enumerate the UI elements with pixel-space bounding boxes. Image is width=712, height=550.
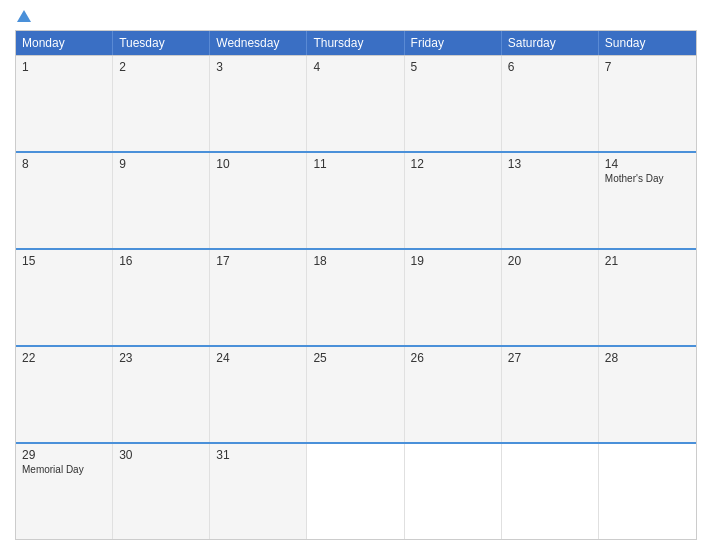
day-number: 20 — [508, 254, 592, 268]
week-row: 22232425262728 — [16, 345, 696, 442]
calendar-page: MondayTuesdayWednesdayThursdayFridaySatu… — [0, 0, 712, 550]
day-header: Monday — [16, 31, 113, 55]
day-cell: 25 — [307, 347, 404, 442]
day-number: 18 — [313, 254, 397, 268]
header — [15, 10, 697, 22]
day-header: Sunday — [599, 31, 696, 55]
day-cell: 31 — [210, 444, 307, 539]
week-row: 891011121314Mother's Day — [16, 151, 696, 248]
day-number: 10 — [216, 157, 300, 171]
week-row: 1234567 — [16, 55, 696, 151]
day-number: 24 — [216, 351, 300, 365]
day-number: 29 — [22, 448, 106, 462]
day-number: 7 — [605, 60, 690, 74]
day-header: Saturday — [502, 31, 599, 55]
day-cell: 19 — [405, 250, 502, 345]
day-cell: 30 — [113, 444, 210, 539]
day-number: 31 — [216, 448, 300, 462]
day-cell: 24 — [210, 347, 307, 442]
day-cell: 16 — [113, 250, 210, 345]
day-cell: 7 — [599, 56, 696, 151]
day-cell: 12 — [405, 153, 502, 248]
day-number: 15 — [22, 254, 106, 268]
day-number: 17 — [216, 254, 300, 268]
day-header: Thursday — [307, 31, 404, 55]
week-row: 29Memorial Day3031 — [16, 442, 696, 539]
day-header: Wednesday — [210, 31, 307, 55]
day-cell: 28 — [599, 347, 696, 442]
day-number: 21 — [605, 254, 690, 268]
day-header: Friday — [405, 31, 502, 55]
day-number: 4 — [313, 60, 397, 74]
day-cell: 2 — [113, 56, 210, 151]
day-number: 5 — [411, 60, 495, 74]
day-cell: 9 — [113, 153, 210, 248]
day-number: 12 — [411, 157, 495, 171]
day-cell — [599, 444, 696, 539]
day-number: 16 — [119, 254, 203, 268]
day-cell: 27 — [502, 347, 599, 442]
day-number: 28 — [605, 351, 690, 365]
logo — [15, 10, 31, 22]
day-cell: 29Memorial Day — [16, 444, 113, 539]
day-number: 13 — [508, 157, 592, 171]
day-cell: 26 — [405, 347, 502, 442]
day-cell — [307, 444, 404, 539]
day-number: 2 — [119, 60, 203, 74]
day-cell: 14Mother's Day — [599, 153, 696, 248]
day-cell — [502, 444, 599, 539]
day-number: 27 — [508, 351, 592, 365]
day-cell: 10 — [210, 153, 307, 248]
day-cell: 8 — [16, 153, 113, 248]
day-header: Tuesday — [113, 31, 210, 55]
day-cell: 21 — [599, 250, 696, 345]
day-number: 9 — [119, 157, 203, 171]
calendar-grid: MondayTuesdayWednesdayThursdayFridaySatu… — [15, 30, 697, 540]
day-number: 19 — [411, 254, 495, 268]
logo-triangle-icon — [17, 10, 31, 22]
calendar-weeks: 1234567891011121314Mother's Day151617181… — [16, 55, 696, 539]
day-number: 8 — [22, 157, 106, 171]
day-cell: 13 — [502, 153, 599, 248]
day-number: 6 — [508, 60, 592, 74]
day-cell — [405, 444, 502, 539]
day-number: 30 — [119, 448, 203, 462]
day-number: 11 — [313, 157, 397, 171]
day-cell: 6 — [502, 56, 599, 151]
day-cell: 11 — [307, 153, 404, 248]
day-cell: 23 — [113, 347, 210, 442]
day-cell: 4 — [307, 56, 404, 151]
day-cell: 17 — [210, 250, 307, 345]
day-number: 23 — [119, 351, 203, 365]
day-number: 26 — [411, 351, 495, 365]
event-label: Mother's Day — [605, 173, 690, 184]
day-cell: 1 — [16, 56, 113, 151]
day-number: 1 — [22, 60, 106, 74]
day-cell: 20 — [502, 250, 599, 345]
day-cell: 5 — [405, 56, 502, 151]
day-number: 3 — [216, 60, 300, 74]
day-number: 25 — [313, 351, 397, 365]
day-number: 22 — [22, 351, 106, 365]
event-label: Memorial Day — [22, 464, 106, 475]
day-cell: 22 — [16, 347, 113, 442]
day-headers-row: MondayTuesdayWednesdayThursdayFridaySatu… — [16, 31, 696, 55]
day-number: 14 — [605, 157, 690, 171]
day-cell: 3 — [210, 56, 307, 151]
day-cell: 15 — [16, 250, 113, 345]
week-row: 15161718192021 — [16, 248, 696, 345]
day-cell: 18 — [307, 250, 404, 345]
